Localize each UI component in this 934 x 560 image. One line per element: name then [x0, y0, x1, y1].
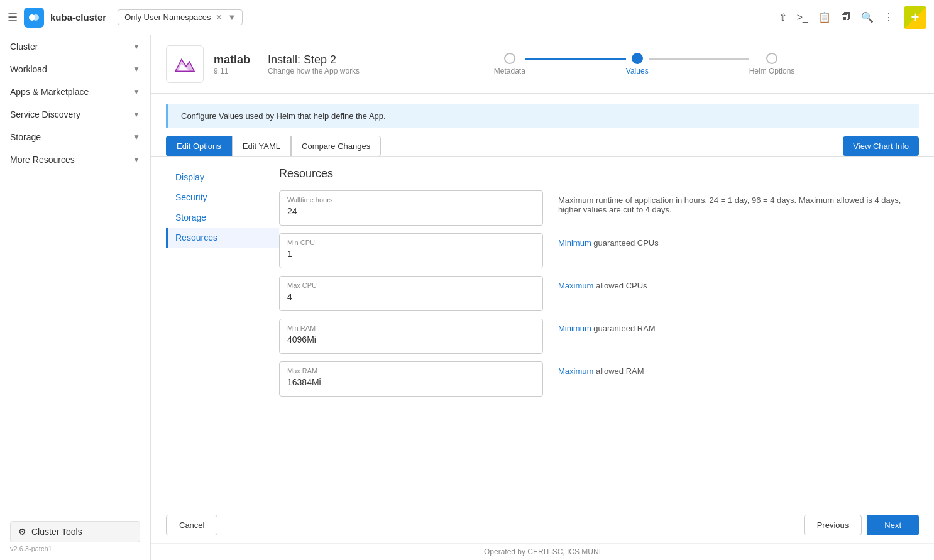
terminal-icon[interactable]: >_ — [797, 12, 808, 23]
namespace-selector[interactable]: Only User Namespaces ✕ ▼ — [118, 9, 243, 25]
min-ram-value: 4096Mi — [287, 334, 535, 344]
view-chart-button[interactable]: View Chart Info — [843, 136, 919, 156]
step-subtitle: Change how the App works — [268, 67, 360, 75]
app-logo-container: MATLAB — [166, 45, 204, 83]
resource-row-min-cpu: Min CPU 1 Minimum guaranteed CPUs — [279, 233, 919, 268]
step-circle-helm — [766, 53, 777, 64]
max-ram-value: 16384Mi — [287, 377, 535, 387]
tab-edit-yaml[interactable]: Edit YAML — [232, 136, 291, 156]
app-title-block: matlab 9.11 — [214, 53, 250, 75]
content-area: MATLAB matlab 9.11 Install: Step 2 Chang… — [151, 35, 934, 560]
max-ram-desc: Maximum allowed RAM — [558, 361, 919, 376]
resource-field-max-ram: Max RAM 16384Mi — [279, 361, 543, 397]
resource-row-max-cpu: Max CPU 4 Maximum allowed CPUs — [279, 276, 919, 311]
chevron-down-icon: ▼ — [133, 65, 140, 74]
left-nav-resources[interactable]: Resources — [166, 228, 279, 248]
main-layout: Cluster ▼ Workload ▼ Apps & Marketplace … — [0, 35, 934, 560]
svg-point-1 — [33, 14, 39, 21]
search-icon[interactable]: 🔍 — [861, 11, 874, 23]
left-nav: Display Security Storage Resources — [166, 157, 279, 507]
sidebar: Cluster ▼ Workload ▼ Apps & Marketplace … — [0, 35, 151, 560]
resource-row-min-ram: Min RAM 4096Mi Minimum guaranteed RAM — [279, 319, 919, 354]
chevron-down-icon: ▼ — [133, 155, 140, 164]
resource-field-min-ram: Min RAM 4096Mi — [279, 319, 543, 354]
sidebar-bottom: ⚙ Cluster Tools v2.6.3-patch1 — [0, 513, 150, 560]
menu-icon[interactable]: ☰ — [8, 11, 18, 25]
info-banner: Configure Values used by Helm that help … — [166, 104, 919, 128]
copy-icon[interactable]: 🗐 — [841, 12, 851, 23]
min-ram-desc: Minimum guaranteed RAM — [558, 319, 919, 333]
min-cpu-value: 1 — [287, 249, 535, 259]
resource-field-walltime: Walltime hours 24 — [279, 190, 543, 226]
footer-right: Previous Next — [804, 515, 919, 535]
version-label: v2.6.3-patch1 — [10, 545, 140, 552]
tabs-left: Edit Options Edit YAML Compare Changes — [166, 136, 381, 156]
step-circle-values — [632, 53, 643, 64]
min-ram-label: Min RAM — [287, 324, 535, 332]
app-name: matlab — [214, 53, 250, 67]
matlab-logo: MATLAB — [172, 55, 197, 74]
sidebar-item-more-resources[interactable]: More Resources ▼ — [0, 148, 150, 171]
chevron-down-icon: ▼ — [133, 87, 140, 96]
min-ram-input[interactable]: Min RAM 4096Mi — [279, 319, 543, 354]
footer-bar: Cancel Previous Next — [151, 507, 934, 543]
sidebar-nav: Cluster ▼ Workload ▼ Apps & Marketplace … — [0, 35, 150, 513]
chevron-down-icon: ▼ — [133, 133, 140, 141]
step-line-1 — [525, 58, 626, 60]
gear-icon: ⚙ — [18, 527, 26, 537]
step-line-2 — [649, 58, 749, 60]
step-label-metadata: Metadata — [494, 67, 525, 75]
walltime-desc: Maximum runtime of application in hours.… — [558, 190, 919, 214]
min-cpu-desc: Minimum guaranteed CPUs — [558, 233, 919, 248]
svg-text:MATLAB: MATLAB — [175, 73, 189, 74]
app-version: 9.11 — [214, 67, 250, 75]
step-title: Install: Step 2 — [268, 53, 360, 67]
install-header: MATLAB matlab 9.11 Install: Step 2 Chang… — [151, 35, 934, 94]
sidebar-item-cluster[interactable]: Cluster ▼ — [0, 35, 150, 58]
step-block: Install: Step 2 Change how the App works — [268, 53, 360, 75]
previous-button[interactable]: Previous — [804, 515, 862, 535]
step-metadata: Metadata — [494, 53, 525, 75]
sidebar-item-service-discovery[interactable]: Service Discovery ▼ — [0, 103, 150, 126]
max-cpu-input[interactable]: Max CPU 4 — [279, 276, 543, 311]
tab-compare-changes[interactable]: Compare Changes — [291, 136, 381, 156]
left-nav-security[interactable]: Security — [166, 187, 279, 207]
sidebar-item-storage[interactable]: Storage ▼ — [0, 126, 150, 148]
namespace-clear-icon[interactable]: ✕ — [216, 13, 223, 22]
cancel-button[interactable]: Cancel — [166, 515, 217, 535]
namespace-label: Only User Namespaces — [124, 13, 211, 22]
topbar-actions: ⇧ >_ 📋 🗐 🔍 ⋮ + — [779, 6, 926, 29]
walltime-label: Walltime hours — [287, 196, 535, 204]
min-cpu-input[interactable]: Min CPU 1 — [279, 233, 543, 268]
left-nav-display[interactable]: Display — [166, 167, 279, 187]
next-button[interactable]: Next — [867, 515, 919, 535]
resource-row-max-ram: Max RAM 16384Mi Maximum allowed RAM — [279, 361, 919, 397]
more-icon[interactable]: ⋮ — [884, 11, 894, 23]
clipboard-icon[interactable]: 📋 — [818, 11, 831, 23]
main-panel: Display Security Storage Resources Resou… — [151, 157, 934, 507]
cluster-tools-button[interactable]: ⚙ Cluster Tools — [10, 521, 140, 542]
step-values: Values — [626, 53, 649, 75]
resource-row-walltime: Walltime hours 24 Maximum runtime of app… — [279, 190, 919, 226]
sidebar-item-workload[interactable]: Workload ▼ — [0, 58, 150, 80]
tab-edit-options[interactable]: Edit Options — [166, 136, 232, 156]
resources-title: Resources — [279, 167, 919, 180]
max-cpu-label: Max CPU — [287, 282, 535, 289]
min-cpu-label: Min CPU — [287, 239, 535, 246]
step-circle-metadata — [504, 53, 515, 64]
walltime-value: 24 — [287, 206, 535, 216]
upload-icon[interactable]: ⇧ — [779, 11, 787, 23]
resource-field-min-cpu: Min CPU 1 — [279, 233, 543, 268]
tabs-bar: Edit Options Edit YAML Compare Changes V… — [151, 128, 934, 157]
max-ram-input[interactable]: Max RAM 16384Mi — [279, 361, 543, 397]
left-nav-storage[interactable]: Storage — [166, 207, 279, 228]
max-cpu-value: 4 — [287, 292, 535, 302]
footer-credit: Operated by CERIT-SC, ICS MUNI — [151, 543, 934, 560]
namespace-chevron-icon[interactable]: ▼ — [228, 13, 236, 22]
chevron-down-icon: ▼ — [133, 42, 140, 51]
add-button[interactable]: + — [904, 6, 926, 29]
step-label-values: Values — [626, 67, 649, 75]
walltime-input[interactable]: Walltime hours 24 — [279, 190, 543, 226]
sidebar-item-apps-marketplace[interactable]: Apps & Marketplace ▼ — [0, 80, 150, 103]
step-label-helm: Helm Options — [749, 67, 795, 75]
